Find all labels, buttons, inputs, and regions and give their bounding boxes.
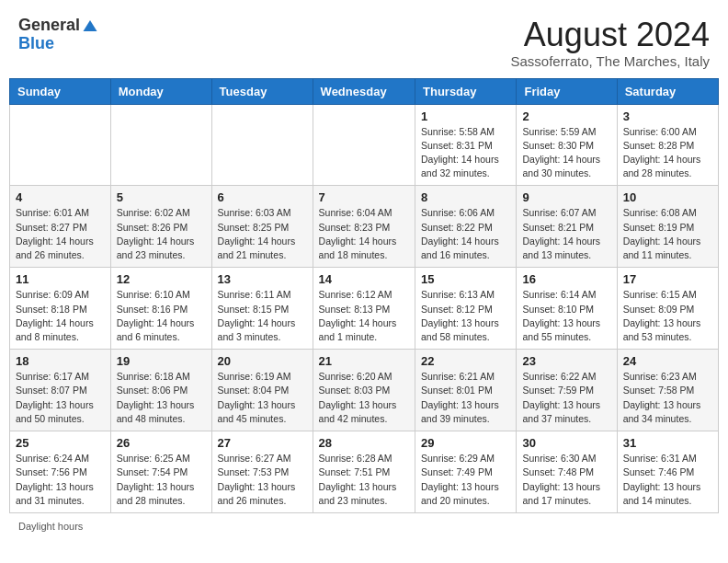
col-header-wednesday: Wednesday xyxy=(313,78,415,104)
day-number: 5 xyxy=(117,190,206,204)
day-number: 16 xyxy=(522,272,610,286)
calendar-cell: 2Sunrise: 5:59 AM Sunset: 8:30 PM Daylig… xyxy=(517,104,617,186)
day-info: Sunrise: 6:22 AM Sunset: 7:59 PM Dayligh… xyxy=(522,370,610,426)
day-number: 19 xyxy=(117,354,206,368)
day-info: Sunrise: 6:19 AM Sunset: 8:04 PM Dayligh… xyxy=(218,370,307,426)
calendar-table: SundayMondayTuesdayWednesdayThursdayFrid… xyxy=(9,78,719,513)
day-number: 15 xyxy=(421,272,510,286)
day-info: Sunrise: 6:23 AM Sunset: 7:58 PM Dayligh… xyxy=(623,370,712,426)
calendar-cell: 22Sunrise: 6:21 AM Sunset: 8:01 PM Dayli… xyxy=(415,350,517,431)
calendar-cell: 13Sunrise: 6:11 AM Sunset: 8:15 PM Dayli… xyxy=(211,268,313,350)
day-number: 31 xyxy=(623,436,712,450)
calendar-cell xyxy=(10,104,111,186)
col-header-monday: Monday xyxy=(110,78,211,104)
day-info: Sunrise: 6:14 AM Sunset: 8:10 PM Dayligh… xyxy=(522,288,610,344)
day-number: 17 xyxy=(623,272,712,286)
day-number: 26 xyxy=(117,436,206,450)
day-info: Sunrise: 6:20 AM Sunset: 8:03 PM Dayligh… xyxy=(319,370,409,426)
day-info: Sunrise: 6:15 AM Sunset: 8:09 PM Dayligh… xyxy=(623,288,712,344)
day-info: Sunrise: 6:03 AM Sunset: 8:25 PM Dayligh… xyxy=(218,206,307,262)
calendar-cell: 30Sunrise: 6:30 AM Sunset: 7:48 PM Dayli… xyxy=(517,431,617,513)
day-number: 2 xyxy=(522,109,610,123)
day-info: Sunrise: 6:09 AM Sunset: 8:18 PM Dayligh… xyxy=(16,288,105,344)
day-number: 29 xyxy=(421,436,510,450)
week-row-3: 11Sunrise: 6:09 AM Sunset: 8:18 PM Dayli… xyxy=(10,268,719,350)
calendar-cell: 18Sunrise: 6:17 AM Sunset: 8:07 PM Dayli… xyxy=(10,350,111,431)
day-info: Sunrise: 6:11 AM Sunset: 8:15 PM Dayligh… xyxy=(218,288,307,344)
day-info: Sunrise: 6:24 AM Sunset: 7:56 PM Dayligh… xyxy=(16,452,105,508)
calendar-cell: 17Sunrise: 6:15 AM Sunset: 8:09 PM Dayli… xyxy=(617,268,718,350)
day-info: Sunrise: 6:17 AM Sunset: 8:07 PM Dayligh… xyxy=(16,370,105,426)
day-number: 9 xyxy=(522,190,610,204)
location-subtitle: Sassoferrato, The Marches, Italy xyxy=(511,53,710,69)
calendar-cell: 6Sunrise: 6:03 AM Sunset: 8:25 PM Daylig… xyxy=(211,186,313,268)
calendar-cell: 24Sunrise: 6:23 AM Sunset: 7:58 PM Dayli… xyxy=(617,350,718,431)
day-info: Sunrise: 6:04 AM Sunset: 8:23 PM Dayligh… xyxy=(319,206,409,262)
calendar-cell: 31Sunrise: 6:31 AM Sunset: 7:46 PM Dayli… xyxy=(617,431,718,513)
day-number: 1 xyxy=(421,109,510,123)
calendar-cell: 1Sunrise: 5:58 AM Sunset: 8:31 PM Daylig… xyxy=(415,104,517,186)
calendar-cell: 14Sunrise: 6:12 AM Sunset: 8:13 PM Dayli… xyxy=(313,268,415,350)
calendar-cell: 25Sunrise: 6:24 AM Sunset: 7:56 PM Dayli… xyxy=(10,431,111,513)
week-row-5: 25Sunrise: 6:24 AM Sunset: 7:56 PM Dayli… xyxy=(10,431,719,513)
calendar-cell: 5Sunrise: 6:02 AM Sunset: 8:26 PM Daylig… xyxy=(110,186,211,268)
calendar-cell: 7Sunrise: 6:04 AM Sunset: 8:23 PM Daylig… xyxy=(313,186,415,268)
day-number: 25 xyxy=(16,436,105,450)
calendar-cell: 16Sunrise: 6:14 AM Sunset: 8:10 PM Dayli… xyxy=(517,268,617,350)
week-row-2: 4Sunrise: 6:01 AM Sunset: 8:27 PM Daylig… xyxy=(10,186,719,268)
day-info: Sunrise: 6:18 AM Sunset: 8:06 PM Dayligh… xyxy=(117,370,206,426)
col-header-sunday: Sunday xyxy=(10,78,111,104)
calendar-cell: 23Sunrise: 6:22 AM Sunset: 7:59 PM Dayli… xyxy=(517,350,617,431)
week-row-1: 1Sunrise: 5:58 AM Sunset: 8:31 PM Daylig… xyxy=(10,104,719,186)
day-number: 6 xyxy=(218,190,307,204)
daylight-hours-label: Daylight hours xyxy=(18,521,83,532)
page-header: General Blue August 2024 Sassoferrato, T… xyxy=(9,9,719,73)
footer: Daylight hours xyxy=(9,521,719,532)
col-header-tuesday: Tuesday xyxy=(211,78,313,104)
day-number: 3 xyxy=(623,109,712,123)
calendar-cell: 3Sunrise: 6:00 AM Sunset: 8:28 PM Daylig… xyxy=(617,104,718,186)
day-info: Sunrise: 6:13 AM Sunset: 8:12 PM Dayligh… xyxy=(421,288,510,344)
day-info: Sunrise: 5:59 AM Sunset: 8:30 PM Dayligh… xyxy=(522,125,610,181)
day-number: 8 xyxy=(421,190,510,204)
calendar-cell: 29Sunrise: 6:29 AM Sunset: 7:49 PM Dayli… xyxy=(415,431,517,513)
day-number: 21 xyxy=(319,354,409,368)
calendar-cell: 21Sunrise: 6:20 AM Sunset: 8:03 PM Dayli… xyxy=(313,350,415,431)
day-info: Sunrise: 6:29 AM Sunset: 7:49 PM Dayligh… xyxy=(421,452,510,508)
day-info: Sunrise: 6:08 AM Sunset: 8:19 PM Dayligh… xyxy=(623,206,712,262)
day-number: 12 xyxy=(117,272,206,286)
day-number: 10 xyxy=(623,190,712,204)
day-info: Sunrise: 6:07 AM Sunset: 8:21 PM Dayligh… xyxy=(522,206,610,262)
day-number: 14 xyxy=(319,272,409,286)
day-number: 30 xyxy=(522,436,610,450)
svg-marker-0 xyxy=(84,20,97,31)
calendar-cell: 8Sunrise: 6:06 AM Sunset: 8:22 PM Daylig… xyxy=(415,186,517,268)
day-number: 24 xyxy=(623,354,712,368)
calendar-cell: 27Sunrise: 6:27 AM Sunset: 7:53 PM Dayli… xyxy=(211,431,313,513)
day-number: 23 xyxy=(522,354,610,368)
logo-blue-text: Blue xyxy=(18,35,54,53)
day-info: Sunrise: 6:21 AM Sunset: 8:01 PM Dayligh… xyxy=(421,370,510,426)
calendar-cell: 20Sunrise: 6:19 AM Sunset: 8:04 PM Dayli… xyxy=(211,350,313,431)
calendar-header-row: SundayMondayTuesdayWednesdayThursdayFrid… xyxy=(10,78,719,104)
day-number: 4 xyxy=(16,190,105,204)
day-info: Sunrise: 6:02 AM Sunset: 8:26 PM Dayligh… xyxy=(117,206,206,262)
day-number: 7 xyxy=(319,190,409,204)
logo-general-text: General xyxy=(18,17,80,35)
calendar-cell xyxy=(110,104,211,186)
calendar-cell: 9Sunrise: 6:07 AM Sunset: 8:21 PM Daylig… xyxy=(517,186,617,268)
calendar-cell: 28Sunrise: 6:28 AM Sunset: 7:51 PM Dayli… xyxy=(313,431,415,513)
day-number: 20 xyxy=(218,354,307,368)
logo: General Blue xyxy=(18,17,98,53)
day-number: 18 xyxy=(16,354,105,368)
day-number: 22 xyxy=(421,354,510,368)
calendar-cell: 15Sunrise: 6:13 AM Sunset: 8:12 PM Dayli… xyxy=(415,268,517,350)
col-header-saturday: Saturday xyxy=(617,78,718,104)
day-number: 28 xyxy=(319,436,409,450)
calendar-cell xyxy=(313,104,415,186)
day-info: Sunrise: 6:01 AM Sunset: 8:27 PM Dayligh… xyxy=(16,206,105,262)
day-info: Sunrise: 6:25 AM Sunset: 7:54 PM Dayligh… xyxy=(117,452,206,508)
calendar-cell: 19Sunrise: 6:18 AM Sunset: 8:06 PM Dayli… xyxy=(110,350,211,431)
calendar-cell: 11Sunrise: 6:09 AM Sunset: 8:18 PM Dayli… xyxy=(10,268,111,350)
day-info: Sunrise: 6:31 AM Sunset: 7:46 PM Dayligh… xyxy=(623,452,712,508)
